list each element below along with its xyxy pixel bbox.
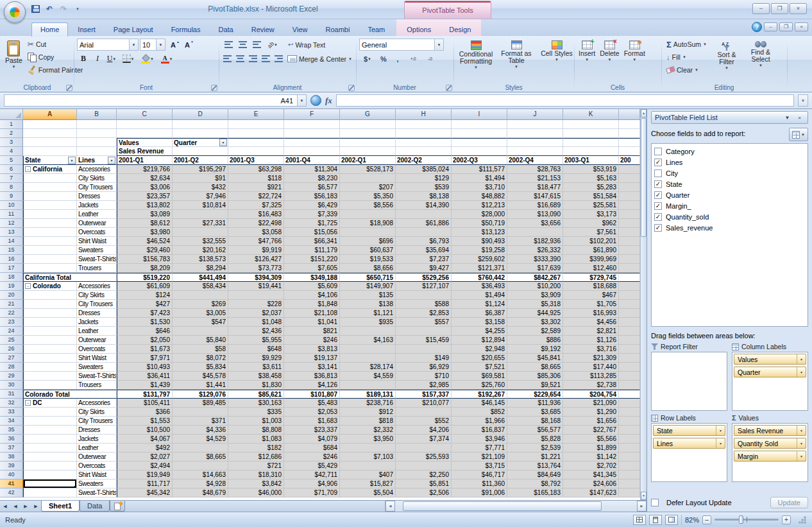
value-cell[interactable]: [396, 291, 452, 300]
sort-filter-button[interactable]: Sort & Filter▼: [711, 39, 743, 71]
comma-style-button[interactable]: ,: [391, 53, 404, 65]
column-header-H[interactable]: H: [396, 109, 452, 120]
row-header[interactable]: 42: [0, 488, 23, 497]
quarter-column-header[interactable]: 2002-Q3: [452, 156, 507, 165]
value-cell[interactable]: [396, 210, 452, 219]
tab-roambi[interactable]: Roambi: [317, 23, 358, 37]
value-cell[interactable]: $195,297: [173, 165, 228, 174]
value-cell[interactable]: $36,493: [452, 282, 507, 291]
value-cell[interactable]: $646: [117, 327, 173, 336]
value-cell[interactable]: $696: [340, 237, 396, 246]
value-cell[interactable]: $1,830: [228, 381, 284, 390]
value-cell[interactable]: $5,609: [284, 282, 340, 291]
orientation-button[interactable]: ab▼: [264, 39, 281, 51]
value-cell[interactable]: [396, 327, 452, 336]
value-cell[interactable]: [396, 228, 452, 237]
increase-decimal-button[interactable]: +.0: [405, 53, 421, 65]
value-cell[interactable]: $1,124: [452, 300, 507, 309]
scroll-right-button[interactable]: ▶: [637, 501, 647, 512]
collapse-button[interactable]: -: [25, 283, 31, 289]
line-cell[interactable]: City Skirts: [77, 174, 117, 183]
column-header-F[interactable]: F: [284, 109, 340, 120]
cell[interactable]: [77, 273, 117, 282]
value-cell[interactable]: $1,553: [117, 417, 173, 426]
value-cell[interactable]: $2,250: [396, 471, 452, 479]
value-cell[interactable]: $7,521: [452, 363, 507, 372]
value-cell[interactable]: $69,581: [452, 372, 507, 381]
value-cell[interactable]: $21,108: [284, 309, 340, 318]
state-cell[interactable]: [23, 219, 77, 228]
row-header[interactable]: 3: [0, 138, 23, 147]
tab-page-layout[interactable]: Page Layout: [105, 23, 162, 37]
value-cell[interactable]: $246: [284, 336, 340, 345]
pivot-values-caption[interactable]: Values: [117, 138, 173, 147]
field-list-item[interactable]: Category: [653, 146, 806, 157]
line-cell[interactable]: Shirt Waist: [77, 354, 117, 363]
fill-color-button[interactable]: ▼: [139, 53, 156, 65]
value-cell[interactable]: $151,220: [284, 255, 340, 264]
row-header[interactable]: 35: [0, 426, 23, 435]
value-cell[interactable]: $5,828: [507, 435, 563, 444]
previous-sheet-button[interactable]: ◀: [10, 501, 21, 512]
value-cell[interactable]: $1,656: [563, 417, 619, 426]
value-cell[interactable]: $8,656: [340, 264, 396, 273]
state-cell[interactable]: [23, 210, 77, 219]
quarter-column-header[interactable]: 2001-Q3: [228, 156, 284, 165]
value-cell[interactable]: $12,213: [452, 201, 507, 210]
value-cell[interactable]: $6,929: [396, 363, 452, 372]
value-cell[interactable]: $1,725: [284, 219, 340, 228]
defer-layout-checkbox[interactable]: [651, 499, 659, 506]
field-checkbox[interactable]: [654, 148, 662, 155]
row-header[interactable]: 40: [0, 471, 23, 479]
value-cell[interactable]: $12,686: [228, 453, 284, 462]
field-list-title-bar[interactable]: PivotTable Field List ▼ ×: [651, 111, 808, 124]
value-cell[interactable]: $19,137: [284, 354, 340, 363]
value-cell[interactable]: $111,577: [452, 165, 507, 174]
workbook-close-button[interactable]: ×: [795, 22, 808, 31]
value-cell[interactable]: $2,539: [507, 444, 563, 453]
insert-cells-button[interactable]: +Insert▼: [577, 39, 596, 62]
value-cell[interactable]: $27,331: [173, 219, 228, 228]
total-value-cell[interactable]: $650,715: [340, 273, 396, 282]
quarter-column-header[interactable]: 2001-Q4: [284, 156, 340, 165]
line-cell[interactable]: Leather: [77, 444, 117, 453]
pivot-quarter-caption[interactable]: Quarter▼: [173, 138, 228, 147]
state-cell[interactable]: [23, 192, 77, 201]
quarter-column-header[interactable]: 2002-Q4: [507, 156, 563, 165]
value-cell[interactable]: $7,561: [563, 228, 619, 237]
value-cell[interactable]: $11,179: [284, 246, 340, 255]
cell[interactable]: [619, 129, 640, 138]
value-cell[interactable]: $5,429: [284, 462, 340, 471]
line-cell[interactable]: Leather: [77, 210, 117, 219]
value-cell[interactable]: $149,907: [340, 282, 396, 291]
value-cell[interactable]: $5,483: [284, 399, 340, 408]
font-dialog-launcher[interactable]: [211, 85, 217, 91]
line-cell[interactable]: Outerwear: [77, 219, 117, 228]
row-header[interactable]: 22: [0, 309, 23, 318]
value-cell[interactable]: $4,163: [340, 336, 396, 345]
blue-orb-icon[interactable]: [310, 95, 321, 106]
cell[interactable]: [228, 147, 284, 156]
value-cell[interactable]: [396, 408, 452, 417]
value-cell[interactable]: $118: [228, 174, 284, 183]
value-cell[interactable]: $4,906: [284, 479, 340, 488]
area-field-button[interactable]: Sales Revenue▼: [734, 425, 806, 436]
total-label-cell[interactable]: California Total: [23, 273, 77, 282]
value-cell[interactable]: $6,793: [396, 237, 452, 246]
row-header[interactable]: 41: [0, 479, 23, 488]
row-header[interactable]: 39: [0, 462, 23, 471]
pivot-measure-caption[interactable]: Sales Revenue: [117, 147, 173, 156]
collapse-button[interactable]: -: [25, 400, 31, 406]
horizontal-scrollbar[interactable]: ◀ ▶: [385, 501, 647, 512]
format-as-table-button[interactable]: Format as Table▼: [497, 39, 536, 69]
undo-button[interactable]: ↶: [44, 4, 55, 15]
value-cell[interactable]: [619, 327, 640, 336]
font-family-combo[interactable]: Arial▼: [77, 39, 139, 51]
line-cell[interactable]: Shirt Waist: [77, 471, 117, 479]
line-cell[interactable]: Jackets: [77, 318, 117, 327]
value-cell[interactable]: $129: [396, 174, 452, 183]
workbook-minimize-button[interactable]: –: [764, 22, 777, 31]
value-cell[interactable]: [619, 426, 640, 435]
value-cell[interactable]: [619, 228, 640, 237]
quarter-column-header[interactable]: 2003-Q1: [563, 156, 619, 165]
